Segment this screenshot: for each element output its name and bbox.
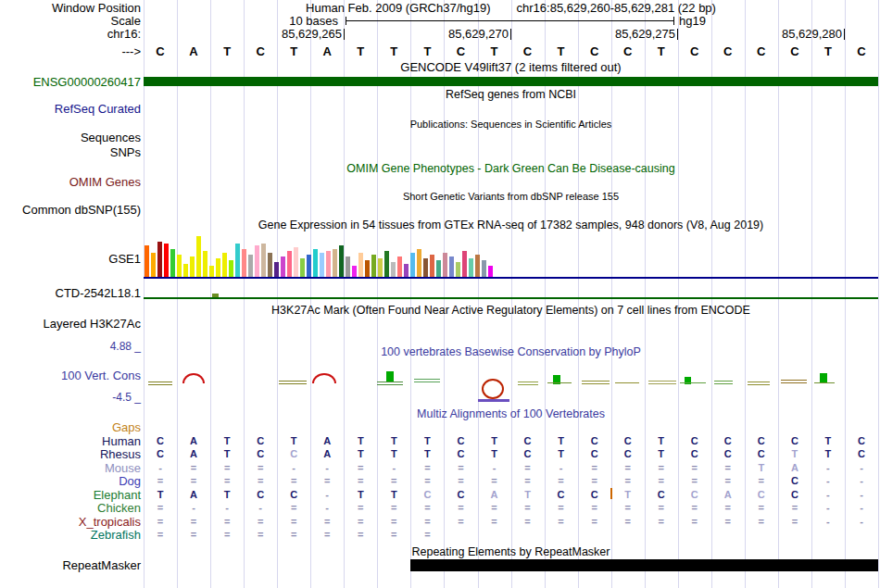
conservation-mark[interactable] <box>547 382 572 385</box>
gtex-bar[interactable] <box>216 258 220 277</box>
gtex-bar[interactable] <box>410 253 415 277</box>
h3k27ac-track-title[interactable]: H3K27Ac Mark (Often Found Near Active Re… <box>144 305 878 317</box>
gtex-bar[interactable] <box>404 264 409 277</box>
gtex-bar[interactable] <box>183 264 188 277</box>
gtex-bar[interactable] <box>313 249 318 277</box>
gencode-item-label[interactable]: ENSG00000260417 <box>33 76 141 88</box>
gtex-bar[interactable] <box>326 251 331 277</box>
gtex-bar[interactable] <box>261 244 266 277</box>
ctd-exon-tick[interactable] <box>212 294 219 297</box>
gtex-bar[interactable] <box>346 256 350 277</box>
multiz-row-label-xtropicalis[interactable]: X_tropicalis <box>79 516 141 528</box>
gtex-bar[interactable] <box>287 251 292 277</box>
gtex-bar[interactable] <box>384 251 389 277</box>
conservation-mark[interactable] <box>386 371 394 382</box>
dbsnp-label[interactable]: Common dbSNP(155) <box>22 204 141 216</box>
omim-genes-label[interactable]: OMIM Genes <box>69 176 141 188</box>
conservation-mark[interactable] <box>482 379 504 399</box>
conservation-mark[interactable] <box>148 382 172 386</box>
gtex-gene-label[interactable]: GSE1 <box>108 253 141 265</box>
gtex-bar[interactable] <box>378 258 383 277</box>
conservation-mark[interactable] <box>714 381 733 384</box>
gtex-bar[interactable] <box>196 236 201 277</box>
gtex-bar[interactable] <box>320 253 324 277</box>
gtex-bar[interactable] <box>397 256 402 277</box>
dbsnp-track-title[interactable]: Short Genetic Variants from dbSNP releas… <box>144 191 878 203</box>
gtex-bar[interactable] <box>371 255 376 277</box>
multiz-row-label-human[interactable]: Human <box>102 435 141 447</box>
gtex-bar[interactable] <box>209 266 214 277</box>
multiz-row-label-mouse[interactable]: Mouse <box>105 462 141 474</box>
repeatmasker-label[interactable]: RepeatMasker <box>62 559 141 571</box>
gencode-gene-bar[interactable] <box>144 77 878 86</box>
repeatmasker-track-title[interactable]: Repeating Elements by RepeatMasker <box>144 546 878 558</box>
gtex-bar[interactable] <box>281 256 285 277</box>
multiz-track-title[interactable]: Multiz Alignments of 100 Vertebrates <box>144 408 878 420</box>
refseq-track-title[interactable]: RefSeq genes from NCBI <box>144 89 878 101</box>
gtex-bar[interactable] <box>352 266 357 277</box>
gtex-bar[interactable] <box>177 255 182 277</box>
conservation-mark[interactable] <box>279 381 307 385</box>
gtex-bar[interactable] <box>462 251 467 277</box>
multiz-row-label-zebrafish[interactable]: Zebrafish <box>91 529 141 541</box>
conservation-mark[interactable] <box>182 373 205 383</box>
conservation-mark[interactable] <box>615 382 639 385</box>
conservation-mark[interactable] <box>312 373 336 383</box>
ctd-transcript-line[interactable] <box>144 297 878 299</box>
gtex-bar[interactable] <box>274 262 279 277</box>
h3k27ac-label[interactable]: Layered H3K27Ac <box>43 318 141 330</box>
gtex-bar[interactable] <box>443 253 447 277</box>
gtex-bar[interactable] <box>436 260 441 277</box>
gtex-bar[interactable] <box>235 244 240 277</box>
repeatmasker-element[interactable] <box>410 559 878 571</box>
gtex-bar[interactable] <box>423 258 428 277</box>
gtex-bar[interactable] <box>307 255 311 277</box>
conservation-label[interactable]: 100 Vert. Cons <box>61 369 141 382</box>
conservation-mark[interactable] <box>814 382 835 385</box>
publications-track-title[interactable]: Publications: Sequences in Scientific Ar… <box>144 119 878 131</box>
multiz-row-label-chicken[interactable]: Chicken <box>97 502 141 514</box>
conservation-mark[interactable] <box>680 382 706 385</box>
conservation-mark[interactable] <box>648 381 676 385</box>
conservation-mark[interactable] <box>518 382 538 385</box>
conservation-mark[interactable] <box>377 382 403 385</box>
gtex-bar[interactable] <box>358 253 363 277</box>
multiz-row-label-elephant[interactable]: Elephant <box>94 489 141 501</box>
omim-track-title[interactable]: OMIM Gene Phenotypes - Dark Green Can Be… <box>144 163 878 175</box>
multiz-row-label-gaps[interactable]: Gaps <box>112 421 141 433</box>
gtex-bar[interactable] <box>300 258 305 277</box>
multiz-row-label-dog[interactable]: Dog <box>119 475 141 487</box>
gtex-bar[interactable] <box>222 253 227 277</box>
gtex-bar[interactable] <box>333 249 337 277</box>
conservation-track-title[interactable]: 100 vertebrates Basewise Conservation by… <box>144 346 878 358</box>
gtex-bar[interactable] <box>242 249 246 277</box>
gtex-bar[interactable] <box>164 244 169 277</box>
refseq-curated-label[interactable]: RefSeq Curated <box>55 103 141 115</box>
gtex-bar[interactable] <box>482 260 486 277</box>
conservation-mark[interactable] <box>781 380 807 385</box>
gtex-bar[interactable] <box>255 245 259 277</box>
gtex-bar[interactable] <box>365 260 370 277</box>
gtex-bar[interactable] <box>417 249 421 277</box>
gtex-bar[interactable] <box>430 255 434 277</box>
gtex-bar[interactable] <box>475 255 480 277</box>
gtex-bar[interactable] <box>145 245 149 277</box>
gtex-track-title[interactable]: Gene Expression in 54 tissues from GTEx … <box>144 219 878 231</box>
gtex-bar[interactable] <box>488 266 493 277</box>
gtex-bar[interactable] <box>229 260 233 277</box>
gtex-bar[interactable] <box>151 253 156 277</box>
conservation-mark[interactable] <box>414 379 440 383</box>
conservation-mark[interactable] <box>582 381 610 385</box>
ctd-transcript-label[interactable]: CTD-2542L18.1 <box>56 287 142 299</box>
multiz-row-label-rhesus[interactable]: Rhesus <box>100 448 141 460</box>
gtex-bar[interactable] <box>339 245 344 277</box>
gtex-bar[interactable] <box>203 251 207 277</box>
gencode-track-title[interactable]: GENCODE V49lift37 (2 items filtered out) <box>144 61 878 73</box>
conservation-mark[interactable] <box>748 382 770 385</box>
gtex-bar[interactable] <box>248 255 253 277</box>
gtex-bar[interactable] <box>157 242 162 277</box>
gtex-bar[interactable] <box>449 256 454 277</box>
gtex-bar[interactable] <box>190 256 195 277</box>
gtex-baseline[interactable] <box>144 277 878 279</box>
snps-label[interactable]: SNPs <box>110 146 141 158</box>
